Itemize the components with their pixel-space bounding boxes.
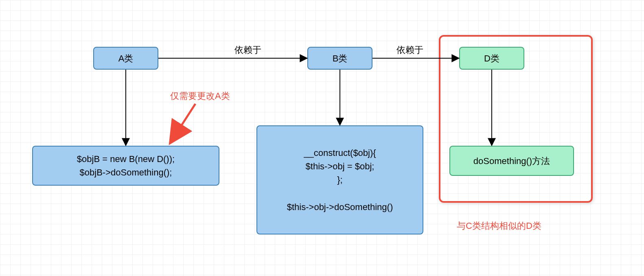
box-class-d-label: D类 bbox=[484, 52, 499, 65]
label-depends-ab: 依赖于 bbox=[234, 44, 261, 56]
code-a-line1: $objB = new B(new D()); bbox=[77, 152, 175, 166]
box-code-d: doSomething()方法 bbox=[449, 146, 574, 176]
label-depends-bd: 依赖于 bbox=[396, 44, 423, 56]
code-b-line2: $this->obj = $obj; bbox=[306, 160, 375, 173]
box-class-b-label: B类 bbox=[333, 52, 348, 65]
code-b-line3: }; bbox=[337, 173, 342, 186]
note-class-d: 与C类结构相似的D类 bbox=[457, 220, 541, 232]
box-code-a: $objB = new B(new D()); $objB->doSomethi… bbox=[32, 146, 219, 186]
box-class-a-label: A类 bbox=[118, 52, 134, 65]
code-b-line1: __construct($obj){ bbox=[304, 146, 376, 160]
note-class-a: 仅需要更改A类 bbox=[170, 90, 230, 102]
box-code-b: __construct($obj){ $this->obj = $obj; };… bbox=[256, 125, 423, 234]
box-class-a: A类 bbox=[93, 47, 158, 70]
code-d-line1: doSomething()方法 bbox=[473, 154, 550, 168]
code-b-line4: $this->obj->doSomething() bbox=[287, 200, 393, 214]
box-class-d: D类 bbox=[459, 47, 524, 70]
code-a-line2: $objB->doSomething(); bbox=[80, 166, 172, 179]
box-class-b: B类 bbox=[307, 47, 372, 70]
